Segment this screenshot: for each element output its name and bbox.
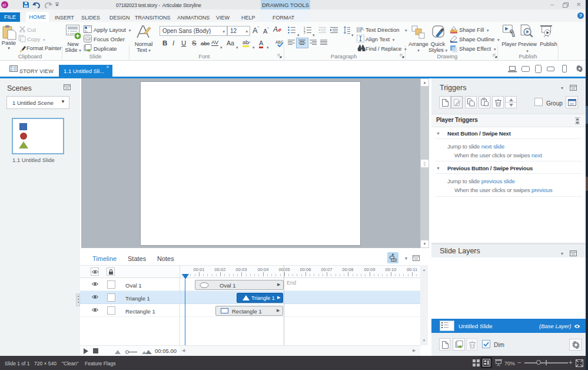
svg-text:3: 3 xyxy=(304,31,305,34)
svg-text:[x]: [x] xyxy=(570,102,574,105)
svg-text:A: A xyxy=(273,25,278,34)
svg-text:123: 123 xyxy=(86,38,90,41)
svg-text:A: A xyxy=(360,26,364,32)
